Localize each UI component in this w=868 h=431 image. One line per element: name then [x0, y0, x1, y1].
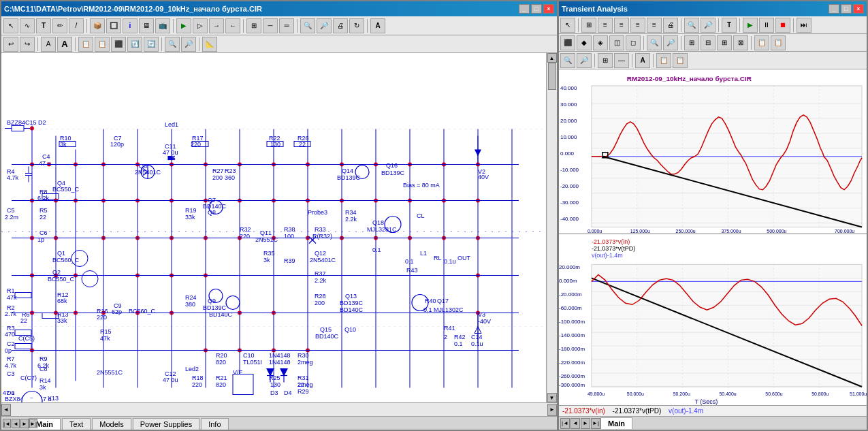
tb-cursor-btn[interactable]: ↖ — [3, 18, 18, 33]
right-tab-main[interactable]: Main — [600, 417, 632, 429]
right-tab-nav-last[interactable]: ►| — [591, 418, 600, 429]
tb2-rotate-btn[interactable]: 🔄 — [144, 37, 159, 52]
scroll-left-arrow[interactable]: ◄ — [1, 404, 11, 416]
tb-arrow-right-btn[interactable]: → — [209, 18, 224, 33]
tb2-stop-btn[interactable]: ⬛ — [111, 37, 126, 52]
left-close-button[interactable]: × — [543, 4, 554, 14]
tb2-paste-btn[interactable]: 📋 — [95, 37, 110, 52]
rtb3-copy2-btn[interactable]: 📋 — [673, 53, 688, 68]
tb-text-btn[interactable]: T — [36, 18, 51, 33]
rtb3-grid-btn[interactable]: ⊞ — [598, 53, 613, 68]
tab-nav-last[interactable]: ►| — [29, 419, 37, 428]
tb2-font-btn[interactable]: A — [41, 37, 56, 52]
tab-text[interactable]: Text — [62, 418, 91, 430]
rtb2-btn2[interactable]: ◆ — [577, 35, 592, 50]
rtb3-zoom-out-btn[interactable]: 🔎 — [577, 53, 592, 68]
rtb2-btn3[interactable]: ◈ — [593, 35, 608, 50]
right-close-button[interactable]: × — [853, 4, 864, 14]
left-scrollbar-v[interactable]: ▲ ▼ — [546, 53, 557, 402]
tb2-font2-btn[interactable]: A — [57, 37, 72, 52]
tb-wave-btn[interactable]: ∿ — [20, 18, 35, 33]
svg-text:2N551C: 2N551C — [255, 236, 278, 243]
scroll-v-track[interactable] — [547, 63, 557, 393]
rtb1-zoom2-btn[interactable]: 🔎 — [701, 18, 716, 33]
rtb1-pause-btn[interactable]: ⏸ — [759, 18, 774, 33]
tab-info[interactable]: Info — [201, 418, 228, 430]
tb-arrow-left-btn[interactable]: ← — [225, 18, 240, 33]
rtb1-btn2[interactable]: ≡ — [598, 18, 613, 33]
rtb2-btn5[interactable]: ◻ — [626, 35, 641, 50]
rtb2-btn4[interactable]: ◫ — [609, 35, 624, 50]
tb-print-btn[interactable]: 🖨 — [333, 18, 348, 33]
scroll-v-thumb[interactable] — [548, 63, 556, 90]
scroll-down-arrow[interactable]: ▼ — [547, 393, 557, 402]
tb2-measure-btn[interactable]: 📐 — [202, 37, 217, 52]
tb2-zoom-out-btn[interactable]: 🔎 — [181, 37, 196, 52]
rtb1-btn3[interactable]: ≡ — [614, 18, 629, 33]
right-tab-nav-next[interactable]: ► — [581, 418, 590, 429]
tb2-copy-btn[interactable]: 📋 — [78, 37, 93, 52]
tb-info-btn[interactable]: i — [123, 18, 138, 33]
tb-display-btn[interactable]: 🖥 — [139, 18, 154, 33]
tab-nav-next[interactable]: ► — [20, 419, 29, 428]
rtb2-btn8[interactable]: ⊠ — [733, 35, 748, 50]
left-maximize-button[interactable]: □ — [531, 4, 542, 14]
rtb2-grid-btn[interactable]: ⊞ — [684, 35, 699, 50]
rtb2-copy-btn[interactable]: 📋 — [754, 35, 769, 50]
tb-rotate-btn[interactable]: ↻ — [349, 18, 364, 33]
tb-component2-btn[interactable]: 🔲 — [106, 18, 121, 33]
tb2-zoom-in-btn[interactable]: 🔍 — [165, 37, 180, 52]
tb-line-btn[interactable]: / — [69, 18, 84, 33]
right-minimize-button[interactable]: _ — [829, 4, 839, 14]
rtb1-play-btn[interactable]: ▶ — [743, 18, 758, 33]
tb2-refresh-btn[interactable]: 🔃 — [127, 37, 142, 52]
left-minimize-button[interactable]: _ — [519, 4, 530, 14]
tb-zoom-out-btn[interactable]: 🔎 — [317, 18, 332, 33]
tb-zoom-in-btn[interactable]: 🔍 — [300, 18, 315, 33]
tb-run2-btn[interactable]: ▷ — [193, 18, 208, 33]
rtb3-zoom-in-btn[interactable]: 🔍 — [560, 53, 575, 68]
rtb2-btn6[interactable]: ⊟ — [701, 35, 716, 50]
tb-run1-btn[interactable]: ▶ — [176, 18, 191, 33]
rtb1-btn5[interactable]: ≡ — [647, 18, 662, 33]
tb-scope-btn[interactable]: 📺 — [155, 18, 170, 33]
rtb1-text-btn[interactable]: T — [722, 18, 737, 33]
schematic-canvas[interactable]: BZZ84C15 D2 R10 3k C7 120p R17 220 C11 4… — [1, 53, 546, 402]
tb2-undo-btn[interactable]: ↩ — [3, 37, 18, 52]
rtb1-cursor-btn[interactable]: ↖ — [560, 18, 575, 33]
scroll-right-arrow[interactable]: ► — [547, 404, 557, 416]
tb-grid-btn[interactable]: ⊞ — [246, 18, 261, 33]
rtb1-btn4[interactable]: ≡ — [630, 18, 645, 33]
right-tab-nav-first[interactable]: |◄ — [560, 418, 570, 429]
rtb2-paste-btn[interactable]: 📋 — [771, 35, 786, 50]
tb-component-btn[interactable]: 📦 — [90, 18, 105, 33]
tb-wire-btn[interactable]: ─ — [263, 18, 278, 33]
rtb1-btn6[interactable]: 🖨 — [663, 18, 678, 33]
svg-text:R28: R28 — [315, 293, 326, 300]
rtb1-stop-btn[interactable]: ⏹ — [775, 18, 790, 33]
rtb1-btn1[interactable]: ⊞ — [581, 18, 596, 33]
rtb2-btn1[interactable]: ⬛ — [560, 35, 575, 50]
rtb1-step-btn[interactable]: ⏭ — [797, 18, 811, 33]
tb-a-btn[interactable]: A — [370, 18, 385, 33]
tab-nav-prev[interactable]: ◄ — [12, 419, 20, 428]
svg-text:R29: R29 — [298, 388, 309, 395]
graph-area[interactable]: RM2012-09_10kHz_начало бурста.CIR 40.000… — [559, 69, 867, 405]
right-maximize-button[interactable]: □ — [841, 4, 852, 14]
rtb3-sep-btn[interactable]: — — [614, 53, 629, 68]
tab-power-supplies[interactable]: Power Supplies — [133, 418, 199, 430]
scroll-h-track[interactable] — [11, 405, 547, 415]
right-tab-nav-prev[interactable]: ◄ — [570, 418, 580, 429]
rtb3-copy1-btn[interactable]: 📋 — [656, 53, 671, 68]
tb-draw-btn[interactable]: ✏ — [52, 18, 67, 33]
tb-bus-btn[interactable]: ═ — [279, 18, 294, 33]
rtb2-btn7[interactable]: ⊞ — [717, 35, 732, 50]
tb2-redo-btn[interactable]: ↪ — [20, 37, 35, 52]
rtb2-zoom-in-btn[interactable]: 🔍 — [647, 35, 662, 50]
scroll-up-arrow[interactable]: ▲ — [547, 53, 557, 63]
tab-nav-first[interactable]: |◄ — [3, 419, 11, 428]
tab-models[interactable]: Models — [92, 418, 131, 430]
rtb3-text-btn[interactable]: A — [635, 53, 650, 68]
rtb1-zoom-btn[interactable]: 🔍 — [684, 18, 699, 33]
rtb2-zoom-out-btn[interactable]: 🔎 — [663, 35, 678, 50]
